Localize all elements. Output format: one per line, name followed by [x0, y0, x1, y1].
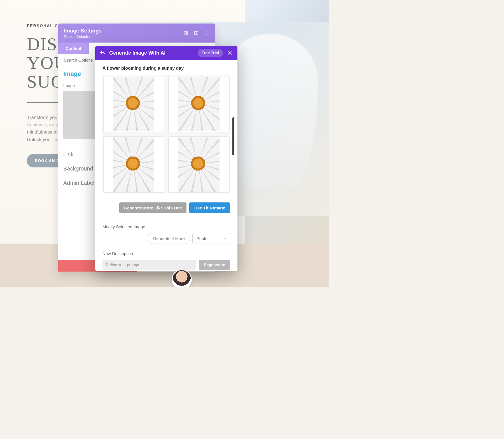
columns-icon[interactable]	[194, 31, 199, 36]
style-select-value: Photo	[197, 236, 207, 241]
flower-image	[178, 77, 219, 131]
kebab-icon[interactable]	[204, 31, 209, 36]
ai-action-row: Generate More Like This One Use This Ima…	[102, 202, 230, 213]
ai-modal-header: Generate Image With AI Free Trial	[95, 46, 237, 60]
generate-4-more-button[interactable]: Generate 4 More	[148, 233, 190, 244]
modify-row: Generate 4 More Photo	[102, 233, 230, 244]
new-description-label: New Description	[102, 251, 230, 256]
free-trial-badge[interactable]: Free Trial	[198, 49, 223, 57]
coach-avatar	[172, 269, 192, 287]
regenerate-button[interactable]: Regenerate	[199, 260, 230, 270]
flower-image	[113, 137, 154, 192]
svg-point-6	[207, 34, 207, 35]
ai-modal-title: Generate Image With AI	[109, 50, 194, 56]
close-icon[interactable]	[227, 50, 232, 56]
svg-rect-1	[185, 32, 186, 34]
svg-rect-0	[184, 31, 187, 35]
refine-row: Regenerate	[102, 260, 230, 270]
flower-image	[113, 77, 154, 131]
ai-results-scroll	[102, 75, 230, 197]
ai-modal-body: A flower blooming during a sunny day Gen…	[95, 60, 237, 271]
settings-header: Image Settings Preset: Default	[58, 24, 215, 43]
settings-preset-dropdown[interactable]: Preset: Default	[64, 34, 102, 39]
generate-more-like-button[interactable]: Generate More Like This One	[119, 202, 186, 213]
ai-results-grid	[102, 75, 230, 193]
expand-icon[interactable]	[183, 31, 188, 36]
flower-image	[178, 137, 219, 192]
use-this-image-button[interactable]: Use This Image	[189, 202, 230, 213]
svg-point-4	[207, 31, 207, 32]
ai-result-thumbnail[interactable]	[168, 76, 230, 132]
ai-result-thumbnail[interactable]	[168, 136, 230, 193]
ai-result-thumbnail[interactable]	[103, 136, 164, 193]
style-select[interactable]: Photo	[192, 233, 230, 244]
modify-selected-label: Modify Selected Image	[102, 224, 230, 229]
back-icon[interactable]	[100, 50, 105, 55]
generate-image-ai-modal: Generate Image With AI Free Trial A flow…	[95, 46, 237, 271]
refine-prompt-input[interactable]	[102, 260, 196, 270]
tab-content[interactable]: Content	[58, 43, 89, 54]
ai-current-prompt: A flower blooming during a sunny day	[102, 66, 230, 71]
settings-title: Image Settings	[64, 28, 102, 34]
ai-result-thumbnail[interactable]	[103, 76, 164, 132]
scrollbar-thumb[interactable]	[232, 117, 234, 155]
svg-point-5	[207, 33, 207, 34]
ai-divider	[102, 219, 230, 219]
